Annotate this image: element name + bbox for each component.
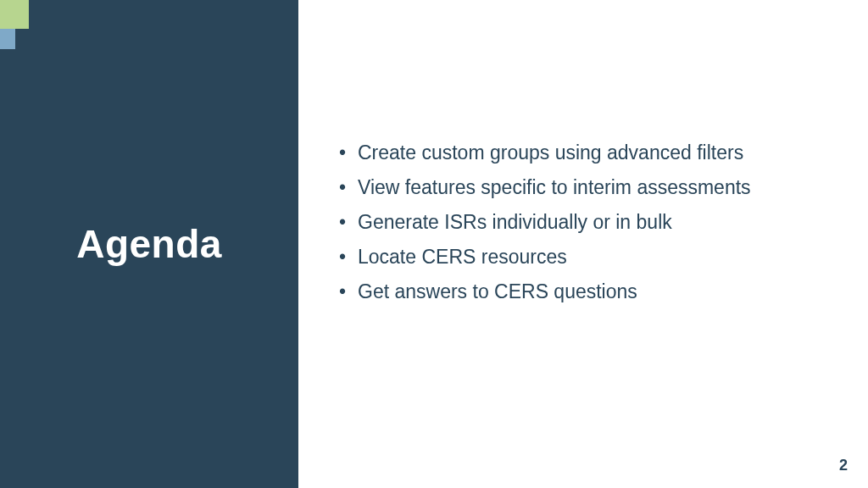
bullet-list: Create custom groups using advanced filt… (337, 136, 843, 309)
left-panel: Agenda (0, 0, 298, 488)
bullet-item: Create custom groups using advanced filt… (337, 136, 843, 170)
bullet-item: Get answers to CERS questions (337, 274, 843, 309)
slide-title: Agenda (76, 221, 222, 267)
slide: Agenda Create custom groups using advanc… (0, 0, 868, 488)
accent-square-blue (0, 29, 15, 49)
bullet-item: Locate CERS resources (337, 240, 843, 274)
accent-square-green (0, 0, 29, 29)
page-number: 2 (839, 457, 848, 474)
right-panel: Create custom groups using advanced filt… (298, 0, 868, 488)
bullet-item: Generate ISRs individually or in bulk (337, 205, 843, 240)
bullet-item: View features specific to interim assess… (337, 170, 843, 205)
